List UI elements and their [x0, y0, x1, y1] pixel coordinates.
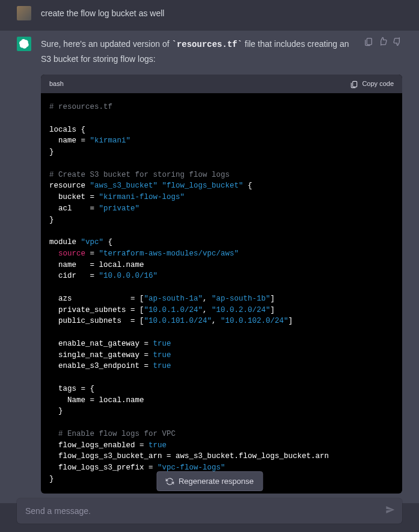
assistant-avatar: [17, 37, 31, 51]
svg-rect-1: [367, 38, 372, 44]
user-avatar: [17, 6, 31, 20]
assistant-intro-text: Sure, here's an updated version of `reso…: [41, 37, 353, 67]
intro-inline-code: `resources.tf`: [171, 40, 242, 49]
clipboard-icon: [350, 80, 358, 88]
message-actions: [364, 37, 402, 46]
thumbs-up-icon[interactable]: [378, 37, 388, 46]
clipboard-icon[interactable]: [364, 37, 373, 46]
assistant-message-row: Sure, here's an updated version of `reso…: [0, 31, 419, 503]
refresh-icon: [165, 477, 174, 486]
regenerate-label: Regenerate response: [179, 477, 254, 486]
user-message-text: create the flow log bucket as well: [41, 6, 402, 21]
user-message-row: create the flow log bucket as well: [0, 0, 419, 31]
message-input[interactable]: [25, 506, 376, 516]
code-content[interactable]: # resources.tf locals { name = "kirmani"…: [41, 93, 402, 494]
message-input-container: [17, 498, 402, 524]
code-block: bash Copy code # resources.tf locals { n…: [41, 75, 402, 493]
copy-code-label: Copy code: [362, 78, 394, 90]
send-button[interactable]: [385, 505, 395, 517]
code-lang-label: bash: [49, 78, 64, 90]
thumbs-down-icon[interactable]: [393, 37, 402, 46]
regenerate-button[interactable]: Regenerate response: [156, 471, 263, 491]
copy-code-button[interactable]: Copy code: [350, 78, 394, 90]
assistant-message-content: Sure, here's an updated version of `reso…: [41, 37, 402, 494]
send-icon: [385, 505, 395, 515]
intro-before: Sure, here's an updated version of: [41, 39, 171, 49]
code-block-header: bash Copy code: [41, 75, 402, 93]
svg-rect-0: [353, 81, 357, 87]
